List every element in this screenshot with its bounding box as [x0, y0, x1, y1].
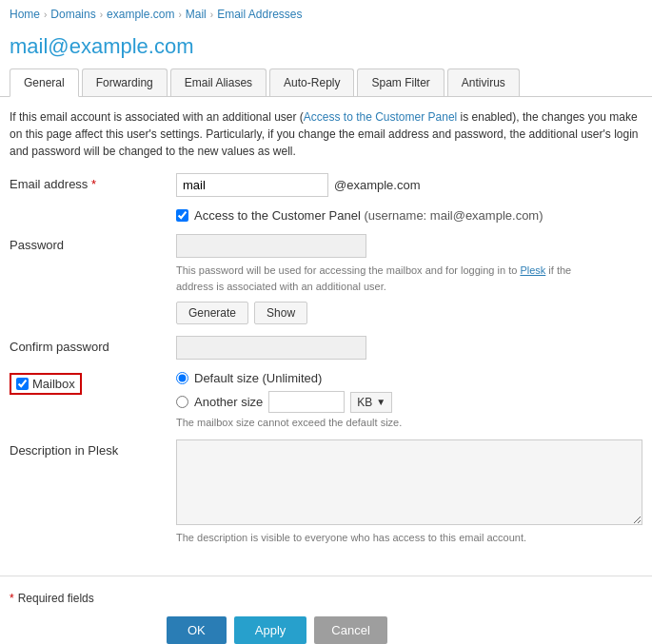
breadcrumb-sep-3: › [178, 10, 181, 20]
description-textarea[interactable] [176, 439, 642, 525]
tabs: General Forwarding Email Aliases Auto-Re… [0, 68, 652, 97]
password-hint: This password will be used for accessing… [176, 263, 576, 294]
mailbox-default-option: Default size (Unlimited) [176, 371, 642, 385]
apply-button[interactable]: Apply [234, 616, 307, 644]
breadcrumb-home-link[interactable]: Home [10, 8, 40, 21]
info-banner: If this email account is associated with… [10, 108, 642, 160]
email-required-mark: * [91, 177, 96, 191]
mailbox-size-area: Default size (Unlimited) Another size KB… [176, 371, 642, 428]
breadcrumb-sep-1: › [44, 10, 47, 20]
email-control-area: @example.com [176, 173, 642, 197]
mailbox-size-unit[interactable]: KB ▼ [350, 392, 392, 413]
breadcrumb-example[interactable]: example.com [107, 8, 174, 21]
breadcrumb: Home › Domains › example.com › Mail › Em… [0, 0, 652, 29]
description-row: Description in Plesk The description is … [10, 439, 642, 543]
confirm-password-control [176, 336, 642, 360]
breadcrumb-example-link[interactable]: example.com [107, 8, 174, 21]
mailbox-another-radio[interactable] [176, 396, 188, 408]
mailbox-label-area: Mailbox [10, 371, 176, 395]
ok-button[interactable]: OK [167, 616, 227, 644]
breadcrumb-domains-link[interactable]: Domains [50, 8, 95, 21]
email-input-wrap: @example.com [176, 173, 642, 197]
password-row: Password This password will be used for … [10, 234, 642, 324]
required-fields-text: Required fields [18, 592, 94, 605]
breadcrumb-domains[interactable]: Domains [50, 8, 95, 21]
mailbox-size-input[interactable] [268, 391, 345, 413]
mailbox-another-label: Another size [194, 395, 263, 409]
breadcrumb-home[interactable]: Home [10, 8, 40, 21]
email-domain: @example.com [334, 178, 421, 192]
content-area: If this email account is associated with… [0, 97, 652, 566]
required-asterisk: * [10, 592, 14, 605]
mailbox-checkbox-wrap: Mailbox [10, 373, 82, 395]
breadcrumb-mail-link[interactable]: Mail [186, 8, 207, 21]
show-button[interactable]: Show [254, 302, 307, 324]
password-label: Password [10, 234, 176, 252]
mailbox-radio-group: Default size (Unlimited) Another size KB… [176, 371, 642, 413]
password-control-area: This password will be used for accessing… [176, 234, 642, 324]
generate-button[interactable]: Generate [176, 302, 248, 324]
mailbox-default-radio[interactable] [176, 372, 188, 384]
mailbox-checkbox[interactable] [16, 378, 29, 390]
mailbox-another-option: Another size KB ▼ [176, 391, 642, 413]
mailbox-size-hint: The mailbox size cannot exceed the defau… [176, 417, 642, 428]
divider [0, 576, 652, 576]
tab-spam-filter[interactable]: Spam Filter [357, 68, 444, 96]
breadcrumb-email-addresses[interactable]: Email Addresses [217, 8, 302, 21]
access-panel-link[interactable]: Access to the Customer Panel [304, 110, 457, 124]
email-address-label: Email address * [10, 173, 176, 191]
mailbox-label: Mailbox [32, 377, 75, 391]
tab-forwarding[interactable]: Forwarding [82, 68, 168, 96]
email-address-row: Email address * @example.com [10, 173, 642, 197]
email-input[interactable] [176, 173, 328, 197]
breadcrumb-mail[interactable]: Mail [186, 8, 207, 21]
bottom-bar: * Required fields [0, 586, 652, 611]
tab-auto-reply[interactable]: Auto-Reply [269, 68, 354, 96]
size-unit-chevron: ▼ [376, 397, 385, 407]
tab-general[interactable]: General [10, 68, 79, 97]
tab-email-aliases[interactable]: Email Aliases [170, 68, 267, 96]
action-buttons: OK Apply Cancel [0, 611, 652, 644]
confirm-password-row: Confirm password [10, 336, 642, 360]
password-btn-group: Generate Show [176, 302, 642, 324]
confirm-password-input[interactable] [176, 336, 366, 360]
access-label: Access to the Customer Panel (username: … [194, 208, 543, 223]
breadcrumb-email-addresses-link[interactable]: Email Addresses [217, 8, 302, 21]
breadcrumb-sep-4: › [210, 10, 213, 20]
mailbox-default-label: Default size (Unlimited) [194, 371, 322, 385]
description-control-area: The description is visible to everyone w… [176, 439, 642, 543]
password-input[interactable] [176, 234, 366, 258]
mailbox-row: Mailbox Default size (Unlimited) Another… [10, 371, 642, 428]
cancel-button[interactable]: Cancel [314, 616, 386, 644]
page-title: mail@example.com [0, 29, 652, 68]
access-checkbox-row: Access to the Customer Panel (username: … [10, 208, 642, 223]
confirm-password-label: Confirm password [10, 336, 176, 354]
plesk-link[interactable]: Plesk [520, 264, 545, 276]
breadcrumb-sep-2: › [100, 10, 103, 20]
tab-antivirus[interactable]: Antivirus [447, 68, 520, 96]
access-username: (username: mail@example.com) [364, 208, 543, 223]
description-label: Description in Plesk [10, 439, 176, 458]
description-hint: The description is visible to everyone w… [176, 532, 642, 543]
access-checkbox[interactable] [176, 209, 188, 222]
